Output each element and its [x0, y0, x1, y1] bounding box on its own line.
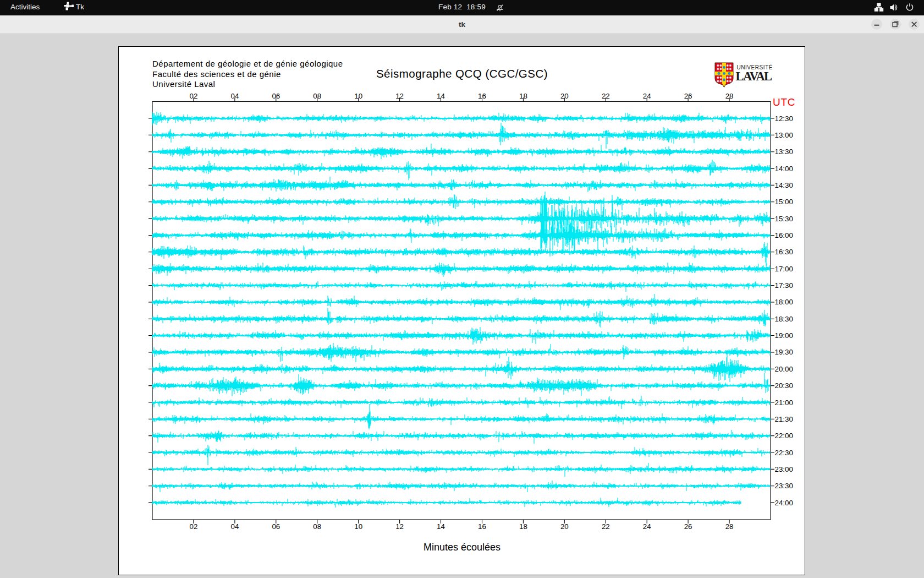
svg-text:26: 26: [684, 522, 692, 531]
svg-text:22:00: 22:00: [775, 432, 793, 440]
svg-text:Séismographe QCQ (CGC/GSC): Séismographe QCQ (CGC/GSC): [376, 67, 548, 80]
svg-text:21:30: 21:30: [775, 415, 793, 423]
svg-text:Université Laval: Université Laval: [152, 79, 215, 89]
svg-text:08: 08: [313, 522, 321, 531]
svg-text:22: 22: [602, 92, 610, 100]
svg-text:17:30: 17:30: [775, 281, 793, 290]
svg-text:24: 24: [643, 92, 651, 100]
svg-text:14: 14: [437, 92, 445, 100]
svg-text:15:00: 15:00: [775, 198, 793, 206]
svg-text:10: 10: [354, 522, 362, 531]
svg-text:06: 06: [272, 522, 280, 531]
svg-text:28: 28: [725, 522, 734, 531]
svg-text:10: 10: [354, 92, 362, 100]
svg-text:20: 20: [560, 92, 569, 100]
svg-text:12:30: 12:30: [775, 114, 793, 123]
svg-text:23:30: 23:30: [775, 482, 793, 490]
svg-text:02: 02: [190, 92, 198, 100]
svg-text:23:00: 23:00: [775, 465, 793, 473]
svg-text:12: 12: [395, 522, 404, 531]
svg-text:Faculté des sciences et de gén: Faculté des sciences et de génie: [152, 69, 281, 79]
svg-text:02: 02: [190, 522, 198, 531]
svg-text:20:30: 20:30: [775, 381, 793, 390]
svg-text:16:00: 16:00: [775, 231, 793, 239]
svg-text:12: 12: [395, 92, 404, 100]
svg-text:28: 28: [725, 92, 734, 100]
svg-text:Département de géologie et de: Département de géologie et de génie géol…: [152, 59, 343, 68]
svg-text:24:00: 24:00: [775, 499, 793, 507]
svg-text:18:30: 18:30: [775, 315, 793, 323]
svg-text:18:00: 18:00: [775, 298, 793, 306]
svg-text:15:30: 15:30: [775, 215, 793, 223]
svg-text:04: 04: [231, 92, 239, 100]
svg-text:13:30: 13:30: [775, 148, 793, 156]
svg-text:06: 06: [272, 92, 280, 100]
svg-text:14:30: 14:30: [775, 181, 793, 189]
svg-text:19:00: 19:00: [775, 331, 793, 340]
svg-text:24: 24: [643, 522, 651, 531]
svg-text:21:00: 21:00: [775, 399, 793, 407]
svg-text:20:00: 20:00: [775, 365, 793, 373]
svg-text:13:00: 13:00: [775, 131, 793, 139]
svg-text:08: 08: [313, 92, 321, 100]
svg-text:17:00: 17:00: [775, 265, 793, 273]
svg-text:22: 22: [602, 522, 610, 531]
svg-text:22:30: 22:30: [775, 449, 793, 457]
svg-text:18: 18: [519, 522, 527, 531]
svg-text:20: 20: [560, 522, 569, 531]
svg-text:18: 18: [519, 92, 527, 100]
svg-text:19:30: 19:30: [775, 348, 793, 356]
svg-text:26: 26: [684, 92, 692, 100]
svg-text:Minutes écoulées: Minutes écoulées: [424, 542, 501, 553]
svg-text:UTC: UTC: [773, 96, 795, 108]
svg-text:14:00: 14:00: [775, 165, 793, 173]
svg-text:14: 14: [437, 522, 445, 531]
svg-text:04: 04: [231, 522, 239, 531]
svg-text:16: 16: [478, 92, 486, 100]
svg-text:LAVAL: LAVAL: [736, 69, 773, 83]
svg-text:16:30: 16:30: [775, 248, 793, 256]
svg-text:16: 16: [478, 522, 486, 531]
